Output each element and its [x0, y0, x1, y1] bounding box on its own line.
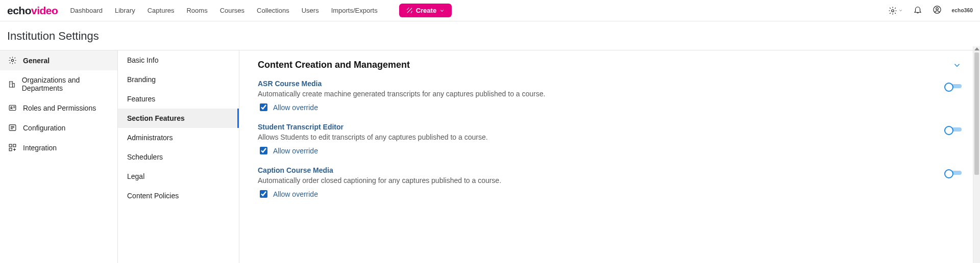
setting-toggle[interactable]: [944, 168, 962, 177]
sliders-icon: [8, 123, 17, 132]
svg-rect-5: [13, 83, 15, 87]
topnav-rooms[interactable]: Rooms: [186, 7, 207, 14]
topnav-users[interactable]: Users: [302, 7, 319, 14]
bell-icon: [913, 5, 922, 14]
sidebar-item-configuration[interactable]: Configuration: [0, 118, 117, 138]
override-label: Allow override: [273, 103, 318, 112]
section-heading: Content Creation and Management: [258, 60, 410, 70]
subnav: Basic Info Branding Features Section Fea…: [118, 50, 239, 263]
topnav-dashboard[interactable]: Dashboard: [70, 7, 103, 14]
override-label: Allow override: [273, 190, 318, 198]
wand-icon: [406, 7, 413, 14]
subnav-basic-info[interactable]: Basic Info: [118, 50, 239, 70]
setting-title: ASR Course Media: [258, 80, 545, 88]
svg-point-3: [11, 59, 13, 61]
logo-text-1: echo: [7, 5, 31, 16]
top-bar: echovideo Dashboard Library Captures Roo…: [0, 0, 980, 21]
sidebar-item-label: Configuration: [23, 124, 65, 132]
subnav-section-features[interactable]: Section Features: [118, 109, 239, 128]
topnav-collections[interactable]: Collections: [257, 7, 289, 14]
svg-rect-10: [13, 144, 16, 147]
allow-override-checkbox[interactable]: Allow override: [258, 102, 545, 113]
create-button-label: Create: [416, 7, 436, 14]
logo-text-2: video: [31, 5, 58, 16]
override-checkbox-input[interactable]: [260, 103, 267, 111]
subnav-features[interactable]: Features: [118, 89, 239, 109]
topnav-courses[interactable]: Courses: [220, 7, 244, 14]
scrollbar[interactable]: [973, 46, 980, 263]
chevron-down-icon: [439, 8, 445, 13]
subnav-administrators[interactable]: Administrators: [118, 128, 239, 147]
setting-description: Allows Students to edit transcripts of a…: [258, 133, 488, 141]
svg-rect-4: [9, 81, 12, 87]
allow-override-checkbox[interactable]: Allow override: [258, 145, 488, 156]
setting-toggle[interactable]: [944, 125, 962, 134]
logo: echovideo: [7, 5, 58, 17]
svg-point-7: [11, 107, 12, 108]
notifications-button[interactable]: [913, 5, 922, 16]
topnav-captures[interactable]: Captures: [148, 7, 175, 14]
svg-point-0: [891, 9, 894, 12]
account-button[interactable]: [933, 5, 942, 16]
setting-toggle[interactable]: [944, 82, 962, 91]
top-nav: Dashboard Library Captures Rooms Courses…: [70, 4, 452, 17]
subnav-schedulers[interactable]: Schedulers: [118, 147, 239, 167]
gear-icon: [888, 6, 897, 15]
body: General Organizations and Departments Ro…: [0, 50, 980, 263]
override-checkbox-input[interactable]: [260, 190, 267, 198]
top-right-tools: echo360: [888, 5, 973, 16]
sidebar-item-label: Roles and Permissions: [23, 104, 96, 112]
subnav-content-policies[interactable]: Content Policies: [118, 186, 239, 205]
sidebar-item-roles[interactable]: Roles and Permissions: [0, 98, 117, 118]
setting-asr-course-media: ASR Course Media Automatically create ma…: [258, 76, 962, 120]
sidebar-item-integration[interactable]: Integration: [0, 138, 117, 157]
override-checkbox-input[interactable]: [260, 147, 267, 154]
chevron-down-icon: [952, 61, 962, 70]
sidebar-item-organizations[interactable]: Organizations and Departments: [0, 70, 117, 98]
brand-mini-label: echo360: [952, 8, 973, 13]
create-button[interactable]: Create: [399, 4, 452, 17]
setting-description: Automatically order closed captioning fo…: [258, 176, 501, 185]
chevron-down-icon: [898, 8, 903, 13]
gear-icon: [8, 56, 17, 65]
setting-description: Automatically create machine generated t…: [258, 90, 545, 98]
building-icon: [8, 80, 16, 89]
sidebar-item-label: Organizations and Departments: [22, 76, 109, 92]
svg-rect-11: [9, 148, 12, 151]
setting-title: Caption Course Media: [258, 166, 501, 174]
settings-menu[interactable]: [888, 6, 903, 15]
sidebar-item-label: General: [23, 57, 50, 65]
id-card-icon: [8, 103, 17, 112]
setting-title: Student Transcript Editor: [258, 123, 488, 131]
topnav-imports-exports[interactable]: Imports/Exports: [331, 7, 378, 14]
subnav-branding[interactable]: Branding: [118, 70, 239, 89]
page-title: Institution Settings: [0, 21, 980, 50]
override-label: Allow override: [273, 147, 318, 155]
integration-icon: [8, 143, 17, 152]
section-header[interactable]: Content Creation and Management: [258, 60, 962, 70]
topnav-library[interactable]: Library: [115, 7, 135, 14]
svg-rect-9: [9, 144, 12, 147]
main-content: Content Creation and Management ASR Cour…: [239, 50, 980, 263]
setting-caption-course-media: Caption Course Media Automatically order…: [258, 163, 962, 206]
setting-student-transcript-editor: Student Transcript Editor Allows Student…: [258, 120, 962, 163]
svg-point-2: [936, 7, 938, 10]
sidebar-item-general[interactable]: General: [0, 50, 117, 70]
sidebar-item-label: Integration: [23, 144, 57, 152]
sidebar: General Organizations and Departments Ro…: [0, 50, 118, 263]
user-circle-icon: [933, 5, 942, 14]
subnav-legal[interactable]: Legal: [118, 167, 239, 186]
allow-override-checkbox[interactable]: Allow override: [258, 189, 501, 199]
